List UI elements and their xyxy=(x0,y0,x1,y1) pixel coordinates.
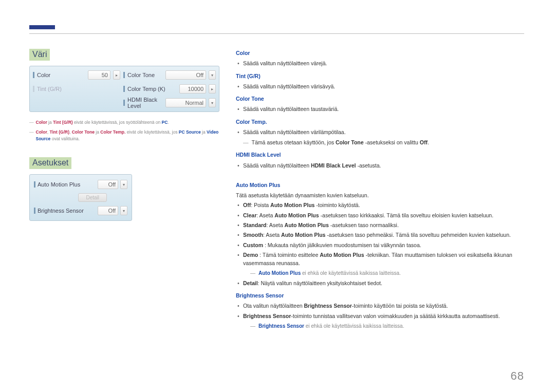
text: : Tämä toiminto esittelee xyxy=(258,252,320,258)
dropdown-icon[interactable]: ▾ xyxy=(209,70,216,80)
intro-amp: Tätä asetusta käytetään dynaamisten kuvi… xyxy=(236,191,524,199)
bold-text: Auto Motion Plus xyxy=(270,202,314,208)
dropdown-icon[interactable]: ▾ xyxy=(120,206,127,215)
osd-value-color[interactable]: 50 xyxy=(88,70,110,80)
note-text: -asetukseksi on valittu xyxy=(364,139,420,145)
footnote-text: eivät ole käytettävissä, jos syöttölähte… xyxy=(73,120,162,125)
note-bold: Auto Motion Plus xyxy=(258,270,301,276)
section-title-vari: Väri xyxy=(29,49,50,61)
dash-icon: ― xyxy=(243,138,249,146)
footnote-highlight: PC Source xyxy=(179,129,201,135)
osd-label-bs: Brightness Sensor xyxy=(34,208,84,214)
label-text: Auto Motion Plus xyxy=(38,181,80,188)
osd-label-hbl: HDMI Black Level xyxy=(127,97,163,109)
footnote-text: eivät ole käytettävissä, jos xyxy=(125,129,178,135)
desc-hbl: Säädä valitun näyttölaitteen HDMI Black … xyxy=(243,161,524,170)
osd-row-colortone: Color Tone Off ▾ xyxy=(123,69,216,81)
desc-tint: Säädä valitun näyttölaitteen värisävyä. xyxy=(243,82,524,90)
amp-option-off: Off: Poista Auto Motion Plus -toiminto k… xyxy=(243,201,524,209)
tick-icon xyxy=(34,208,35,214)
note-bold: Off xyxy=(420,139,428,145)
desc-colortone: Säädä valitun näyttölaitteen taustaväriä… xyxy=(243,105,524,113)
dropdown-icon[interactable]: ▾ xyxy=(209,98,216,107)
note-bs: ― Brightness Sensor ei ehkä ole käytettä… xyxy=(250,322,524,330)
bold-text: Auto Motion Plus xyxy=(274,212,319,218)
heading-colortemp: Color Temp. xyxy=(236,118,524,126)
bold-text: HDMI Black Level xyxy=(311,162,356,169)
osd-label-colortone: Color Tone xyxy=(127,72,163,78)
footnote-text: ja xyxy=(47,120,53,125)
text: : Poista xyxy=(251,202,270,208)
heading-color: Color xyxy=(236,49,524,57)
text: Säädä valitun näyttölaitteen xyxy=(243,162,311,169)
text: : Mukauta näytön jälkikuvien muodostumis… xyxy=(263,242,421,248)
spinner-right-icon[interactable]: ▸ xyxy=(209,84,216,94)
osd-value-colortempk[interactable]: 10000 xyxy=(179,84,206,94)
text: : Näytä valitun näyttölaitteen yksityisk… xyxy=(258,280,382,286)
osd-label-colortempk: Color Temp (K) xyxy=(127,86,177,92)
footnote-2: ― Color, Tint (G/R), Color Tone ja Color… xyxy=(29,129,219,142)
footnote-text: . xyxy=(168,120,169,125)
tick-icon xyxy=(33,86,34,92)
text: : Aseta xyxy=(267,222,285,228)
osd-label-tint: Tint (G/R) xyxy=(37,86,120,92)
osd-row-color: Color 50 ▸ xyxy=(33,69,120,81)
bold-text: Demo xyxy=(243,252,258,258)
amp-option-demo: Demo : Tämä toiminto esittelee Auto Moti… xyxy=(243,251,524,268)
section-title-asetukset: Asetukset xyxy=(29,157,71,169)
text: -toiminto käytöstä. xyxy=(314,202,360,208)
dash-icon: ― xyxy=(29,119,34,126)
heading-tint: Tint (G/R) xyxy=(236,72,524,80)
tick-icon xyxy=(123,72,125,78)
osd-row-hbl: HDMI Black Level Normal ▾ xyxy=(123,97,216,108)
bold-text: Auto Motion Plus xyxy=(320,252,364,258)
osd-value-hbl[interactable]: Normal xyxy=(165,98,206,107)
footnote-highlight: Color Temp. xyxy=(100,129,125,135)
note-text: Tämä asetus otetaan käyttöön, jos xyxy=(252,139,336,145)
dash-icon: ― xyxy=(250,322,255,330)
heading-colortone: Color Tone xyxy=(236,95,524,103)
footnote-highlight: Color xyxy=(36,120,47,125)
heading-hbl: HDMI Black Level xyxy=(236,151,524,159)
osd-row-bs: Brightness Sensor Off ▾ xyxy=(34,205,127,216)
note-text: ei ehkä ole käytettävissä kaikissa laitt… xyxy=(301,270,401,276)
label-text: Brightness Sensor xyxy=(38,208,84,214)
footnote-text: ja xyxy=(95,129,100,135)
dash-icon: ― xyxy=(250,269,255,277)
footnote-1: ― Color ja Tint (G/R) eivät ole käytettä… xyxy=(29,119,219,126)
detail-button[interactable]: Detail xyxy=(78,193,107,202)
amp-option-standard: Standard: Aseta Auto Motion Plus -asetuk… xyxy=(243,221,524,229)
bold-text: Standard xyxy=(243,222,267,228)
text: : Aseta xyxy=(263,232,281,238)
page-content: Väri Color 50 ▸ Tint (G/R) Color Tone xyxy=(29,49,524,331)
osd-value-bs[interactable]: Off xyxy=(98,206,118,215)
text: -asetusta. xyxy=(356,162,381,169)
osd-row-tint: Tint (G/R) xyxy=(33,83,120,95)
spinner-right-icon[interactable]: ▸ xyxy=(113,70,120,80)
text: -asetuksen taso kirkkaaksi. Tämä tila so… xyxy=(319,212,493,218)
dash-icon: ― xyxy=(29,129,34,142)
amp-option-detail: Detail: Näytä valitun näyttölaitteen yks… xyxy=(243,279,524,287)
osd-value-amp[interactable]: Off xyxy=(98,180,118,189)
text: -toiminto tunnistaa vallitsevan valon vo… xyxy=(291,313,499,319)
bold-text: Custom xyxy=(243,242,263,248)
bold-text: Clear xyxy=(243,212,256,218)
header-accent-bar xyxy=(29,25,55,29)
text: -asetuksen taso pehmeäksi. Tämä tila sov… xyxy=(325,232,511,238)
osd-label-color: Color xyxy=(37,72,85,78)
heading-amp: Auto Motion Plus xyxy=(236,181,524,189)
bs-desc-1: Ota valitun näyttölaitteen Brightness Se… xyxy=(243,302,524,310)
amp-option-smooth: Smooth: Aseta Auto Motion Plus -asetukse… xyxy=(243,231,524,239)
note-amp: ― Auto Motion Plus ei ehkä ole käytettäv… xyxy=(250,269,524,277)
bold-text: Detail xyxy=(243,280,258,286)
dropdown-icon[interactable]: ▾ xyxy=(120,180,127,189)
tick-icon xyxy=(123,86,125,92)
bs-desc-2: Brightness Sensor-toiminto tunnistaa val… xyxy=(243,312,524,320)
osd-label-amp: Auto Motion Plus xyxy=(34,181,80,188)
left-column: Väri Color 50 ▸ Tint (G/R) Color Tone xyxy=(29,49,219,331)
amp-option-clear: Clear: Aseta Auto Motion Plus -asetuksen… xyxy=(243,211,524,219)
tick-icon xyxy=(34,181,35,188)
footnote-highlight: Tint (G/R) xyxy=(53,120,73,125)
osd-value-colortone[interactable]: Off xyxy=(165,70,206,80)
bold-text: Auto Motion Plus xyxy=(281,232,325,238)
